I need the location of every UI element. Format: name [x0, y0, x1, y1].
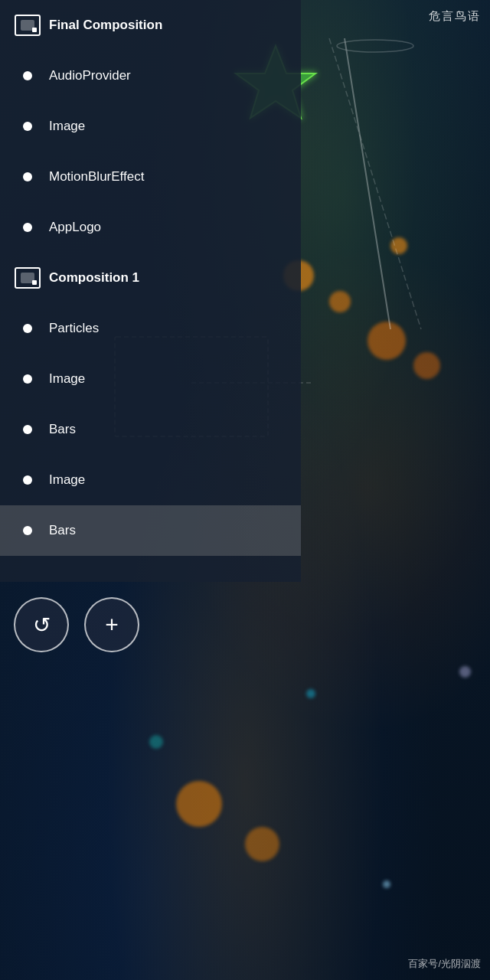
panel-item-label: MotionBlurEffect	[49, 169, 144, 185]
bokeh-dot	[383, 880, 390, 888]
add-icon: +	[105, 612, 119, 638]
panel-item-audio-provider[interactable]: AudioProvider	[0, 51, 301, 101]
panel-item-label: Particles	[49, 321, 99, 336]
composition-icon	[14, 264, 41, 292]
dot-icon	[14, 517, 41, 544]
panel-item-image-2[interactable]: Image	[0, 354, 301, 404]
bokeh-dot	[413, 352, 440, 379]
bokeh-dot	[306, 689, 315, 698]
svg-line-3	[345, 38, 390, 329]
bokeh-dot	[176, 781, 222, 827]
action-buttons-area: ↺ +	[0, 582, 301, 668]
dot-icon	[14, 315, 41, 342]
panel-item-app-logo[interactable]: AppLogo	[0, 202, 301, 253]
panel-item-bars-1[interactable]: Bars	[0, 404, 301, 455]
panel-item-label: Composition 1	[49, 270, 139, 286]
panel-item-image-3[interactable]: Image	[0, 455, 301, 505]
bokeh-dot	[245, 827, 279, 861]
panel-item-composition-1[interactable]: Composition 1	[0, 253, 301, 303]
panel-item-label: AudioProvider	[49, 68, 131, 83]
add-button[interactable]: +	[84, 597, 139, 652]
dot-icon	[14, 214, 41, 241]
panel-item-label: Bars	[49, 422, 76, 437]
panel-item-label: Final Composition	[49, 18, 162, 33]
dot-icon	[14, 62, 41, 90]
panel-item-bars-2[interactable]: Bars	[0, 505, 301, 556]
panel-item-label: Image	[49, 472, 85, 488]
panel-item-label: Bars	[49, 523, 76, 538]
panel-item-label: Image	[49, 119, 85, 134]
bokeh-dot	[149, 735, 163, 749]
svg-point-5	[337, 40, 413, 52]
panel-item-label: AppLogo	[49, 220, 101, 235]
panel-item-final-composition[interactable]: Final Composition	[0, 0, 301, 51]
watermark-top: 危言鸟语	[429, 9, 481, 24]
panel-item-image-1[interactable]: Image	[0, 101, 301, 152]
dot-icon	[14, 163, 41, 191]
panel-item-label: Image	[49, 371, 85, 387]
layer-panel: Final Composition AudioProvider Image Mo…	[0, 0, 301, 582]
panel-item-motion-blur[interactable]: MotionBlurEffect	[0, 152, 301, 202]
reset-icon: ↺	[33, 612, 51, 638]
dot-icon	[14, 466, 41, 494]
dot-icon	[14, 416, 41, 443]
clock-decoration	[306, 38, 475, 345]
panel-item-particles[interactable]: Particles	[0, 303, 301, 354]
bokeh-dot	[459, 666, 471, 678]
watermark-bottom: 百家号/光阴泅渡	[408, 957, 481, 971]
composition-icon	[14, 11, 41, 39]
reset-button[interactable]: ↺	[14, 597, 69, 652]
dot-icon	[14, 365, 41, 393]
dot-icon	[14, 113, 41, 140]
svg-line-4	[329, 38, 421, 329]
